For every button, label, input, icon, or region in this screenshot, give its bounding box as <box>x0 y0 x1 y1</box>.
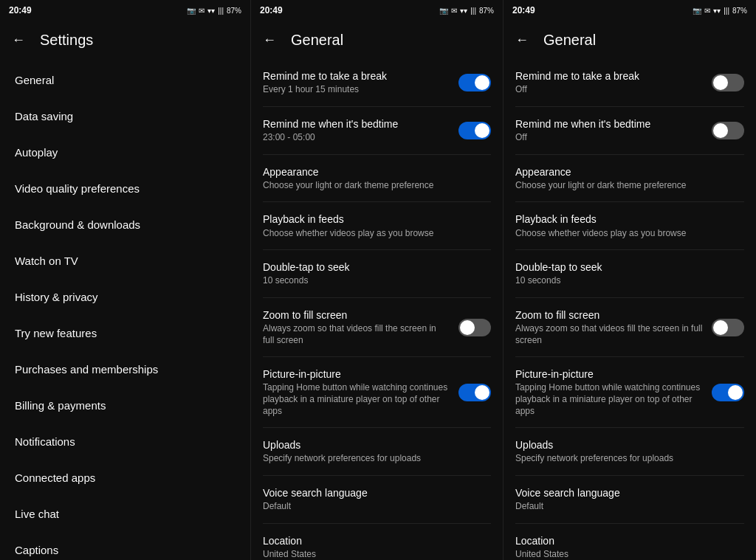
setting-title-1: Remind me when it's bedtime <box>263 117 450 131</box>
setting-subtitle-2: Choose your light or dark theme preferen… <box>515 180 735 192</box>
settings-header: ← Settings <box>0 21 250 59</box>
general-header-mid: ← General <box>251 21 503 59</box>
setting-title-1: Remind me when it's bedtime <box>515 117 703 131</box>
toggle-6[interactable] <box>458 384 491 401</box>
nav-item-watch-on-tv[interactable]: Watch on TV <box>0 243 250 279</box>
toggle-knob-0 <box>713 75 728 90</box>
setting-title-2: Appearance <box>263 165 482 179</box>
setting-item-5[interactable]: Zoom to fill screenAlways zoom so that v… <box>251 298 503 356</box>
setting-subtitle-8: Default <box>263 501 482 513</box>
toggle-1[interactable] <box>712 122 744 139</box>
setting-subtitle-1: Off <box>515 132 703 144</box>
camera-icon-mid: 📷 <box>439 7 448 15</box>
setting-subtitle-7: Specify network preferences for uploads <box>515 453 735 465</box>
setting-subtitle-0: Off <box>515 84 703 96</box>
back-arrow-left[interactable]: ← <box>12 32 25 48</box>
setting-item-8[interactable]: Voice search languageDefault <box>504 476 756 523</box>
setting-item-5[interactable]: Zoom to fill screenAlways zoom so that v… <box>504 298 756 356</box>
setting-subtitle-2: Choose your light or dark theme preferen… <box>263 180 482 192</box>
toggle-1[interactable] <box>458 122 491 139</box>
setting-subtitle-5: Always zoom so that videos fill the scre… <box>515 323 703 346</box>
toggle-0[interactable] <box>458 74 491 91</box>
nav-item-notifications[interactable]: Notifications <box>0 424 250 460</box>
toggle-knob-1 <box>475 123 489 138</box>
setting-title-9: Location <box>263 534 482 547</box>
nav-item-video-quality-preferences[interactable]: Video quality preferences <box>0 170 250 207</box>
nav-item-background--downloads[interactable]: Background & downloads <box>0 207 250 243</box>
setting-subtitle-5: Always zoom so that videos fill the scre… <box>263 323 450 346</box>
nav-item-captions[interactable]: Captions <box>0 532 250 560</box>
setting-title-9: Location <box>515 534 735 547</box>
settings-title: Settings <box>40 32 93 49</box>
setting-item-2[interactable]: AppearanceChoose your light or dark them… <box>504 155 756 202</box>
setting-subtitle-6: Tapping Home button while watching conti… <box>263 382 450 417</box>
time-right: 20:49 <box>512 5 535 15</box>
setting-subtitle-3: Choose whether videos play as you browse <box>515 228 735 240</box>
nav-item-try-new-features[interactable]: Try new features <box>0 315 250 351</box>
setting-item-3[interactable]: Playback in feedsChoose whether videos p… <box>251 202 503 249</box>
nav-item-history--privacy[interactable]: History & privacy <box>0 279 250 315</box>
back-arrow-mid[interactable]: ← <box>263 32 276 48</box>
wifi-icon-right: ▾▾ <box>713 7 721 15</box>
setting-subtitle-7: Specify network preferences for uploads <box>263 453 482 465</box>
setting-item-9[interactable]: LocationUnited States <box>251 524 503 560</box>
setting-item-3[interactable]: Playback in feedsChoose whether videos p… <box>504 202 756 249</box>
setting-item-2[interactable]: AppearanceChoose your light or dark them… <box>251 155 503 202</box>
setting-subtitle-9: United States <box>263 549 482 560</box>
nav-item-purchases-and-memberships[interactable]: Purchases and memberships <box>0 351 250 387</box>
setting-item-7[interactable]: UploadsSpecify network preferences for u… <box>504 428 756 475</box>
general-header-right: ← General <box>504 21 756 59</box>
setting-title-0: Remind me to take a break <box>263 69 450 83</box>
setting-title-8: Voice search language <box>263 486 482 499</box>
setting-item-6[interactable]: Picture-in-pictureTapping Home button wh… <box>504 357 756 427</box>
setting-item-4[interactable]: Double-tap to seek10 seconds <box>504 250 756 297</box>
setting-subtitle-4: 10 seconds <box>515 275 735 287</box>
setting-item-8[interactable]: Voice search languageDefault <box>251 476 503 523</box>
status-icons-left: 📷 ✉ ▾▾ ||| 87% <box>187 7 241 15</box>
nav-item-autoplay[interactable]: Autoplay <box>0 134 250 170</box>
setting-subtitle-4: 10 seconds <box>263 275 482 287</box>
nav-item-live-chat[interactable]: Live chat <box>0 496 250 532</box>
setting-item-7[interactable]: UploadsSpecify network preferences for u… <box>251 428 503 475</box>
status-bar-mid: 20:49 📷 ✉ ▾▾ ||| 87% <box>251 0 503 21</box>
time-mid: 20:49 <box>260 5 283 15</box>
setting-subtitle-3: Choose whether videos play as you browse <box>263 228 482 240</box>
nav-list: GeneralData savingAutoplayVideo quality … <box>0 59 250 560</box>
toggle-6[interactable] <box>712 384 744 401</box>
general-title-mid: General <box>291 32 343 49</box>
setting-title-3: Playback in feeds <box>263 212 482 226</box>
setting-subtitle-6: Tapping Home button while watching conti… <box>515 382 703 417</box>
setting-item-0[interactable]: Remind me to take a breakOff <box>504 59 756 106</box>
setting-title-4: Double-tap to seek <box>515 260 735 274</box>
toggle-knob-0 <box>475 75 489 90</box>
setting-item-9[interactable]: LocationUnited States <box>504 524 756 560</box>
signal-icon-right: ||| <box>724 7 729 15</box>
toggle-5[interactable] <box>712 319 744 336</box>
setting-title-3: Playback in feeds <box>515 212 735 226</box>
battery-mid: 87% <box>479 7 494 15</box>
setting-item-0[interactable]: Remind me to take a breakEvery 1 hour 15… <box>251 59 503 106</box>
nav-item-data-saving[interactable]: Data saving <box>0 98 250 134</box>
setting-title-7: Uploads <box>263 438 482 452</box>
nav-item-connected-apps[interactable]: Connected apps <box>0 460 250 496</box>
setting-item-1[interactable]: Remind me when it's bedtime23:00 - 05:00 <box>251 107 503 154</box>
setting-subtitle-8: Default <box>515 501 735 513</box>
toggle-knob-6 <box>728 385 743 400</box>
nav-item-general[interactable]: General <box>0 62 250 98</box>
toggle-5[interactable] <box>458 319 491 336</box>
toggle-knob-1 <box>713 123 728 138</box>
status-bar-left: 20:49 📷 ✉ ▾▾ ||| 87% <box>0 0 250 21</box>
toggle-knob-6 <box>475 385 489 400</box>
camera-icon: 📷 <box>187 7 196 15</box>
general-panel-right: 20:49 📷 ✉ ▾▾ ||| 87% ← General Remind me… <box>504 0 756 560</box>
toggle-0[interactable] <box>712 74 744 91</box>
settings-list-mid: Remind me to take a breakEvery 1 hour 15… <box>251 59 503 560</box>
nav-item-billing--payments[interactable]: Billing & payments <box>0 387 250 424</box>
signal-icon: ||| <box>218 7 224 15</box>
back-arrow-right[interactable]: ← <box>515 32 529 48</box>
toggle-knob-5 <box>713 320 728 335</box>
message-icon: ✉ <box>199 7 205 15</box>
setting-item-6[interactable]: Picture-in-pictureTapping Home button wh… <box>251 357 503 427</box>
setting-item-1[interactable]: Remind me when it's bedtimeOff <box>504 107 756 154</box>
setting-item-4[interactable]: Double-tap to seek10 seconds <box>251 250 503 297</box>
